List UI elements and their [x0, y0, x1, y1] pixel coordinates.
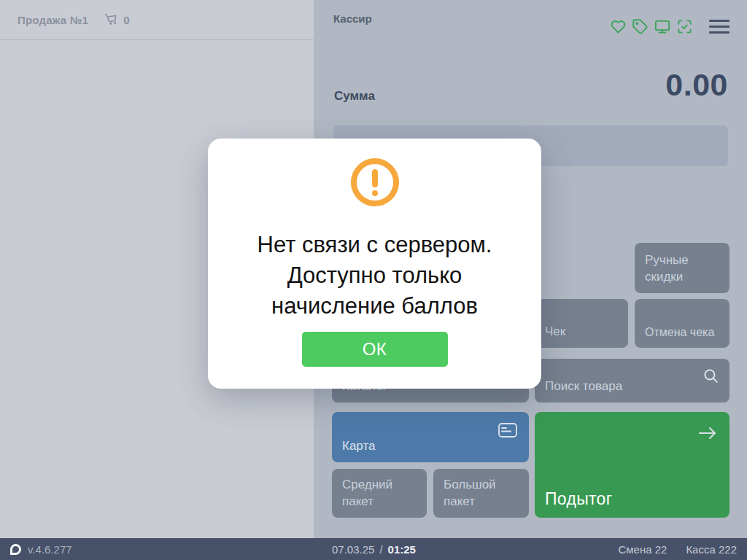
pos-app: Продажа №1 0 Кассир	[0, 0, 747, 560]
server-error-dialog: Нет связи с сервером. Доступно только на…	[208, 139, 541, 389]
modal-overlay: Нет связи с сервером. Доступно только на…	[0, 0, 747, 560]
dialog-message: Нет связи с сервером. Доступно только на…	[208, 230, 541, 322]
dialog-message-line: Нет связи с сервером.	[208, 230, 541, 260]
dialog-message-line: начисление баллов	[208, 291, 541, 322]
warning-exclamation-icon	[351, 158, 399, 206]
ok-button[interactable]: ОК	[302, 332, 448, 367]
dialog-message-line: Доступно только	[208, 260, 541, 291]
